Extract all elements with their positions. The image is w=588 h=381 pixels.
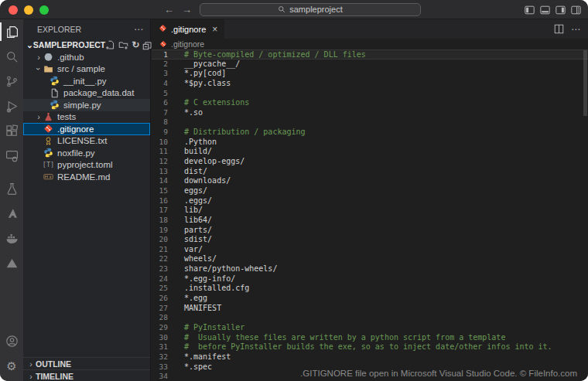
more-actions-icon[interactable]: ⋯ bbox=[571, 24, 581, 35]
tree-item-gitignore[interactable]: .gitignore bbox=[23, 123, 150, 135]
code-line-22[interactable]: 22wheels/ bbox=[152, 254, 588, 264]
line-number[interactable]: 29 bbox=[152, 323, 168, 333]
remote-explorer-icon[interactable] bbox=[0, 143, 23, 168]
code-line-17[interactable]: 17lib/ bbox=[152, 206, 588, 216]
code-line-32[interactable]: 32*.manifest bbox=[152, 352, 588, 362]
close-tab-icon[interactable]: × bbox=[212, 24, 217, 35]
line-number[interactable]: 8 bbox=[152, 117, 168, 128]
code-line-4[interactable]: 4*$py.class bbox=[152, 79, 588, 89]
line-number[interactable]: 26 bbox=[152, 294, 168, 304]
outline-section[interactable]: › OUTLINE bbox=[23, 357, 150, 369]
code-line-2[interactable]: 2__pycache__/ bbox=[152, 60, 588, 70]
code-line-24[interactable]: 24*.egg-info/ bbox=[152, 274, 588, 284]
code-line-27[interactable]: 27MANIFEST bbox=[152, 304, 588, 314]
tree-item-github[interactable]: ›.github bbox=[23, 51, 150, 63]
line-number[interactable]: 12 bbox=[152, 157, 168, 167]
line-number[interactable]: 31 bbox=[152, 342, 168, 352]
line-number[interactable]: 7 bbox=[152, 108, 168, 118]
docker-icon[interactable] bbox=[0, 226, 23, 250]
tree-item-init-py[interactable]: __init__.py bbox=[23, 75, 150, 87]
code-line-11[interactable]: 11build/ bbox=[152, 147, 588, 157]
breadcrumb[interactable]: .gitignore bbox=[152, 39, 588, 49]
explorer-icon[interactable] bbox=[0, 19, 23, 44]
scrollbar[interactable] bbox=[583, 50, 587, 116]
tree-item-noxfile-py[interactable]: noxfile.py bbox=[23, 147, 150, 159]
code-line-15[interactable]: 15eggs/ bbox=[152, 186, 588, 196]
code-line-14[interactable]: 14downloads/ bbox=[152, 176, 588, 186]
code-line-9[interactable]: 9# Distribution / packaging bbox=[152, 128, 588, 138]
line-number[interactable]: 34 bbox=[152, 372, 168, 381]
line-number[interactable]: 1 bbox=[152, 50, 168, 59]
line-number[interactable]: 9 bbox=[152, 128, 168, 138]
line-number[interactable]: 22 bbox=[152, 254, 168, 264]
new-file-icon[interactable] bbox=[105, 40, 115, 50]
timeline-section[interactable]: › TIMELINE bbox=[23, 369, 150, 381]
line-number[interactable]: 28 bbox=[152, 313, 168, 323]
code-line-25[interactable]: 25.installed.cfg bbox=[152, 284, 588, 294]
line-number[interactable]: 11 bbox=[152, 147, 168, 157]
line-number[interactable]: 17 bbox=[152, 206, 168, 216]
code-line-30[interactable]: 30# Usually these files are written by a… bbox=[152, 333, 588, 343]
line-number[interactable]: 18 bbox=[152, 216, 168, 226]
account-icon[interactable] bbox=[0, 328, 23, 353]
code-line-3[interactable]: 3*.py[cod] bbox=[152, 69, 588, 79]
source-control-icon[interactable] bbox=[0, 69, 23, 94]
code-line-10[interactable]: 10.Python bbox=[152, 138, 588, 148]
tree-item-readme-md[interactable]: README.md bbox=[23, 171, 150, 183]
zoom-button[interactable] bbox=[39, 5, 49, 15]
toggle-secondary-sidebar-icon[interactable] bbox=[555, 5, 566, 15]
line-number[interactable]: 33 bbox=[152, 362, 168, 372]
code-line-26[interactable]: 26*.egg bbox=[152, 294, 588, 304]
code-line-18[interactable]: 18lib64/ bbox=[152, 216, 588, 226]
code-line-5[interactable]: 5 bbox=[152, 89, 588, 99]
line-number[interactable]: 10 bbox=[152, 138, 168, 148]
tree-item-src-sample[interactable]: ›src / sample bbox=[23, 63, 150, 76]
search-icon[interactable] bbox=[0, 44, 23, 69]
customize-layout-icon[interactable] bbox=[570, 5, 582, 15]
line-number[interactable]: 21 bbox=[152, 245, 168, 255]
code-line-16[interactable]: 16.eggs/ bbox=[152, 196, 588, 206]
command-center[interactable]: sampleproject bbox=[200, 3, 421, 16]
line-number[interactable]: 14 bbox=[152, 176, 168, 186]
refresh-explorer-icon[interactable]: ↻ bbox=[132, 40, 139, 50]
line-number[interactable]: 6 bbox=[152, 98, 168, 108]
code-line-29[interactable]: 29# PyInstaller bbox=[152, 323, 588, 333]
code-line-20[interactable]: 20sdist/ bbox=[152, 235, 588, 245]
line-number[interactable]: 16 bbox=[152, 196, 168, 206]
views-more-actions-button[interactable]: ⋯ bbox=[134, 24, 144, 35]
line-number[interactable]: 15 bbox=[152, 186, 168, 196]
line-number[interactable]: 32 bbox=[152, 352, 168, 362]
line-number[interactable]: 2 bbox=[152, 60, 168, 70]
code-line-7[interactable]: 7*.so bbox=[152, 108, 588, 118]
code-line-1[interactable]: 1# Byte-compiled / optimized / DLL files bbox=[152, 49, 588, 60]
tree-item-tests[interactable]: ›tests bbox=[23, 111, 150, 124]
code-line-6[interactable]: 6# C extensions bbox=[152, 98, 588, 108]
testing-icon[interactable] bbox=[0, 176, 23, 201]
back-button[interactable]: ← bbox=[164, 4, 174, 15]
triangle-tool-icon[interactable] bbox=[0, 250, 23, 275]
chevron-collapsed-icon[interactable]: › bbox=[34, 112, 43, 121]
azure-icon[interactable] bbox=[0, 201, 23, 226]
line-number[interactable]: 13 bbox=[152, 167, 168, 177]
line-number[interactable]: 5 bbox=[152, 89, 168, 99]
tree-item-package-data-dat[interactable]: package_data.dat bbox=[23, 87, 150, 100]
chevron-expanded-icon[interactable]: › bbox=[34, 64, 43, 73]
chevron-collapsed-icon[interactable]: › bbox=[34, 53, 43, 62]
code-line-28[interactable]: 28 bbox=[152, 313, 588, 323]
line-number[interactable]: 3 bbox=[152, 69, 168, 79]
line-number[interactable]: 27 bbox=[152, 304, 168, 314]
forward-button[interactable]: → bbox=[182, 4, 192, 15]
code-line-19[interactable]: 19parts/ bbox=[152, 226, 588, 236]
line-number[interactable]: 20 bbox=[152, 235, 168, 245]
tab-gitignore[interactable]: .gitignore × bbox=[152, 19, 224, 39]
code-line-21[interactable]: 21var/ bbox=[152, 245, 588, 255]
line-number[interactable]: 4 bbox=[152, 79, 168, 89]
tree-item-license-txt[interactable]: LICENSE.txt bbox=[23, 135, 150, 148]
code-line-8[interactable]: 8 bbox=[152, 117, 588, 128]
code-editor[interactable]: 1# Byte-compiled / optimized / DLL files… bbox=[152, 49, 588, 381]
code-line-12[interactable]: 12develop-eggs/ bbox=[152, 157, 588, 167]
code-line-23[interactable]: 23share/python-wheels/ bbox=[152, 264, 588, 274]
line-number[interactable]: 25 bbox=[152, 284, 168, 294]
code-line-31[interactable]: 31# before PyInstaller builds the exe, s… bbox=[152, 342, 588, 352]
minimize-button[interactable] bbox=[24, 5, 33, 15]
